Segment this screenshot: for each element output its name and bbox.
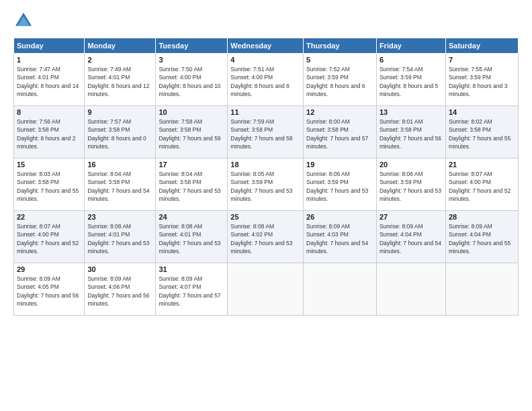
day-number: 9	[87, 108, 152, 116]
day-number: 28	[449, 213, 515, 221]
day-number: 2	[87, 56, 152, 64]
day-info: Sunrise: 8:04 AMSunset: 3:58 PMDaylight:…	[87, 171, 149, 202]
calendar-cell: 12 Sunrise: 8:00 AMSunset: 3:58 PMDaylig…	[304, 106, 377, 158]
day-info: Sunrise: 8:07 AMSunset: 4:00 PMDaylight:…	[449, 171, 511, 202]
day-number: 18	[230, 161, 300, 169]
logo-icon	[13, 11, 34, 31]
calendar-cell: 17 Sunrise: 8:04 AMSunset: 3:58 PMDaylig…	[156, 158, 228, 211]
day-number: 7	[449, 56, 515, 64]
day-info: Sunrise: 7:51 AMSunset: 4:00 PMDaylight:…	[230, 66, 289, 97]
day-number: 29	[17, 265, 81, 273]
calendar-cell: 5 Sunrise: 7:52 AMSunset: 3:59 PMDayligh…	[304, 54, 377, 106]
calendar-cell: 28 Sunrise: 8:09 AMSunset: 4:04 PMDaylig…	[445, 211, 518, 263]
calendar-cell: 14 Sunrise: 8:02 AMSunset: 3:58 PMDaylig…	[445, 106, 518, 158]
day-info: Sunrise: 8:09 AMSunset: 4:06 PMDaylight:…	[87, 275, 149, 307]
day-number: 6	[380, 56, 443, 64]
day-info: Sunrise: 8:05 AMSunset: 3:59 PMDaylight:…	[230, 171, 292, 202]
calendar-cell: 19 Sunrise: 8:06 AMSunset: 3:59 PMDaylig…	[304, 158, 377, 211]
calendar-cell: 31 Sunrise: 8:09 AMSunset: 4:07 PMDaylig…	[156, 263, 228, 316]
day-info: Sunrise: 7:52 AMSunset: 3:59 PMDaylight:…	[306, 66, 365, 97]
calendar-cell: 18 Sunrise: 8:05 AMSunset: 3:59 PMDaylig…	[228, 158, 304, 211]
day-info: Sunrise: 8:06 AMSunset: 3:59 PMDaylight:…	[306, 171, 368, 202]
page-header	[13, 11, 519, 31]
day-info: Sunrise: 8:03 AMSunset: 3:58 PMDaylight:…	[17, 171, 79, 202]
col-header-sunday: Sunday	[14, 38, 85, 54]
day-info: Sunrise: 8:06 AMSunset: 3:59 PMDaylight:…	[380, 171, 441, 202]
calendar-cell: 20 Sunrise: 8:06 AMSunset: 3:59 PMDaylig…	[376, 158, 445, 211]
day-number: 21	[449, 161, 515, 169]
calendar-cell: 3 Sunrise: 7:50 AMSunset: 4:00 PMDayligh…	[156, 54, 228, 106]
day-number: 26	[306, 213, 373, 221]
calendar-cell: 29 Sunrise: 8:09 AMSunset: 4:05 PMDaylig…	[14, 263, 85, 316]
day-info: Sunrise: 8:01 AMSunset: 3:58 PMDaylight:…	[380, 118, 441, 150]
day-number: 11	[230, 108, 300, 116]
day-info: Sunrise: 8:09 AMSunset: 4:05 PMDaylight:…	[17, 275, 79, 307]
day-number: 10	[159, 108, 224, 116]
col-header-thursday: Thursday	[304, 38, 377, 54]
day-number: 15	[17, 161, 81, 169]
calendar-cell: 30 Sunrise: 8:09 AMSunset: 4:06 PMDaylig…	[85, 263, 156, 316]
day-info: Sunrise: 8:04 AMSunset: 3:58 PMDaylight:…	[159, 171, 220, 202]
day-info: Sunrise: 8:00 AMSunset: 3:58 PMDaylight:…	[306, 118, 368, 150]
calendar-cell	[304, 263, 377, 316]
day-info: Sunrise: 7:58 AMSunset: 3:58 PMDaylight:…	[159, 118, 220, 150]
day-number: 30	[87, 265, 152, 273]
day-info: Sunrise: 7:49 AMSunset: 4:01 PMDaylight:…	[87, 66, 149, 97]
day-number: 25	[230, 213, 300, 221]
col-header-saturday: Saturday	[445, 38, 518, 54]
day-info: Sunrise: 8:09 AMSunset: 4:04 PMDaylight:…	[380, 223, 441, 255]
calendar-cell: 6 Sunrise: 7:54 AMSunset: 3:59 PMDayligh…	[376, 54, 445, 106]
calendar-cell: 8 Sunrise: 7:56 AMSunset: 3:58 PMDayligh…	[14, 106, 85, 158]
day-number: 22	[17, 213, 81, 221]
day-number: 4	[230, 56, 300, 64]
day-info: Sunrise: 8:07 AMSunset: 4:00 PMDaylight:…	[17, 223, 79, 255]
day-info: Sunrise: 8:09 AMSunset: 4:03 PMDaylight:…	[306, 223, 368, 255]
logo	[13, 11, 36, 31]
calendar-cell	[228, 263, 304, 316]
day-number: 24	[159, 213, 224, 221]
calendar-cell	[445, 263, 518, 316]
calendar-cell: 9 Sunrise: 7:57 AMSunset: 3:58 PMDayligh…	[85, 106, 156, 158]
day-info: Sunrise: 7:50 AMSunset: 4:00 PMDaylight:…	[159, 66, 220, 97]
day-number: 1	[17, 56, 81, 64]
calendar-cell: 15 Sunrise: 8:03 AMSunset: 3:58 PMDaylig…	[14, 158, 85, 211]
day-info: Sunrise: 7:59 AMSunset: 3:58 PMDaylight:…	[230, 118, 292, 150]
day-info: Sunrise: 8:09 AMSunset: 4:07 PMDaylight:…	[159, 275, 220, 307]
calendar-cell: 7 Sunrise: 7:55 AMSunset: 3:59 PMDayligh…	[445, 54, 518, 106]
calendar-cell: 13 Sunrise: 8:01 AMSunset: 3:58 PMDaylig…	[376, 106, 445, 158]
day-number: 16	[87, 161, 152, 169]
calendar-cell: 11 Sunrise: 7:59 AMSunset: 3:58 PMDaylig…	[228, 106, 304, 158]
day-number: 5	[306, 56, 373, 64]
day-info: Sunrise: 7:47 AMSunset: 4:01 PMDaylight:…	[17, 66, 79, 97]
day-info: Sunrise: 8:09 AMSunset: 4:04 PMDaylight:…	[449, 223, 511, 255]
day-number: 13	[380, 108, 443, 116]
day-number: 17	[159, 161, 224, 169]
col-header-tuesday: Tuesday	[156, 38, 228, 54]
day-info: Sunrise: 8:02 AMSunset: 3:58 PMDaylight:…	[449, 118, 511, 150]
calendar-cell: 16 Sunrise: 8:04 AMSunset: 3:58 PMDaylig…	[85, 158, 156, 211]
day-info: Sunrise: 7:56 AMSunset: 3:58 PMDaylight:…	[17, 118, 75, 150]
calendar-cell: 22 Sunrise: 8:07 AMSunset: 4:00 PMDaylig…	[14, 211, 85, 263]
day-info: Sunrise: 8:08 AMSunset: 4:02 PMDaylight:…	[230, 223, 292, 255]
day-info: Sunrise: 7:55 AMSunset: 3:59 PMDaylight:…	[449, 66, 507, 97]
day-number: 19	[306, 161, 373, 169]
calendar-cell: 24 Sunrise: 8:08 AMSunset: 4:01 PMDaylig…	[156, 211, 228, 263]
calendar-cell: 21 Sunrise: 8:07 AMSunset: 4:00 PMDaylig…	[445, 158, 518, 211]
calendar-cell: 23 Sunrise: 8:08 AMSunset: 4:01 PMDaylig…	[85, 211, 156, 263]
day-number: 23	[87, 213, 152, 221]
calendar-cell: 26 Sunrise: 8:09 AMSunset: 4:03 PMDaylig…	[304, 211, 377, 263]
calendar-cell: 2 Sunrise: 7:49 AMSunset: 4:01 PMDayligh…	[85, 54, 156, 106]
day-number: 14	[449, 108, 515, 116]
day-number: 3	[159, 56, 224, 64]
col-header-wednesday: Wednesday	[228, 38, 304, 54]
calendar-cell: 27 Sunrise: 8:09 AMSunset: 4:04 PMDaylig…	[376, 211, 445, 263]
day-number: 31	[159, 265, 224, 273]
day-info: Sunrise: 7:54 AMSunset: 3:59 PMDaylight:…	[380, 66, 438, 97]
calendar-cell: 25 Sunrise: 8:08 AMSunset: 4:02 PMDaylig…	[228, 211, 304, 263]
calendar-table: SundayMondayTuesdayWednesdayThursdayFrid…	[13, 38, 519, 316]
day-info: Sunrise: 8:08 AMSunset: 4:01 PMDaylight:…	[159, 223, 220, 255]
day-number: 20	[380, 161, 443, 169]
day-info: Sunrise: 8:08 AMSunset: 4:01 PMDaylight:…	[87, 223, 149, 255]
col-header-monday: Monday	[85, 38, 156, 54]
day-number: 27	[380, 213, 443, 221]
